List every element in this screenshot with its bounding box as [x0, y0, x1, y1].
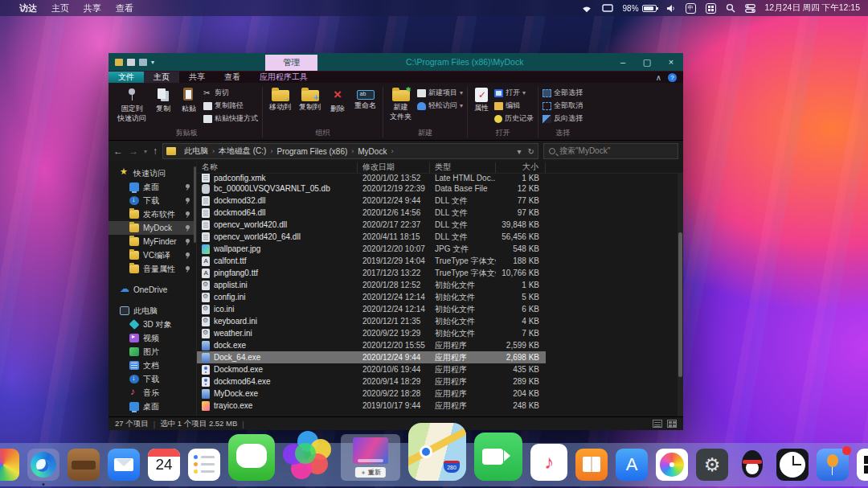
table-row[interactable]: weather.ini 2020/9/22 19:29 初始化文件 7 KB [197, 327, 546, 339]
qat-newfolder-icon[interactable] [127, 59, 135, 66]
dock-item-settings[interactable]: ⚙ [696, 449, 728, 481]
dock-item-reminders[interactable] [188, 449, 220, 481]
menubar-item[interactable]: 共享 [84, 2, 101, 14]
dock-item-qq[interactable] [736, 449, 768, 481]
table-row[interactable]: MyDock.exe 2020/9/22 18:28 应用程序 204 KB [197, 388, 546, 400]
table-row[interactable]: calfont.ttf 2019/12/29 14:04 TrueType 字体… [197, 255, 546, 267]
menubar-item[interactable]: 查看 [116, 2, 133, 14]
dock-item-minimized-window[interactable]: ＋ 重新 [341, 434, 400, 481]
copy-path-button[interactable]: 复制路径 [203, 100, 258, 111]
tab-share[interactable]: 共享 [179, 72, 215, 83]
select-none-button[interactable]: 全部取消 [542, 100, 583, 111]
column-header-date[interactable]: 修改日期 [358, 162, 430, 173]
minimize-button[interactable]: – [611, 53, 635, 71]
dock-item-maps[interactable]: 280 [408, 423, 466, 481]
sidebar-item[interactable]: MyFinder [108, 235, 196, 248]
table-row[interactable]: padconfig.xmk 2020/1/02 13:52 Late HTML … [197, 174, 546, 182]
invert-selection-button[interactable]: 反向选择 [542, 113, 583, 124]
breadcrumb-item[interactable]: MyDock › [354, 146, 393, 157]
table-row[interactable]: dockmod64.exe 2020/9/14 18:29 应用程序 289 K… [197, 375, 546, 388]
pin-to-quick-access-button[interactable]: 固定到 快速访问 [115, 84, 149, 123]
copy-to-button[interactable]: 复制到 [297, 84, 323, 111]
breadcrumb-item[interactable]: 此电脑 › [180, 146, 215, 157]
dock-item-music[interactable]: ♪ [530, 444, 567, 481]
cut-button[interactable]: ✂剪切 [203, 88, 258, 98]
search-input[interactable]: 搜索"MyDock" [543, 143, 678, 159]
dock-item-photos[interactable] [656, 449, 688, 481]
sidebar-item[interactable]: 3D 对象 [108, 318, 196, 331]
column-header-size[interactable]: 大小 [496, 162, 546, 173]
search-icon[interactable] [726, 3, 735, 13]
table-row[interactable]: trayico.exe 2019/10/17 9:44 应用程序 248 KB [197, 400, 546, 412]
edit-button[interactable]: 编辑 [494, 100, 534, 111]
table-row[interactable]: bc_00000LVSQV3ARNLT_05.db 2020/12/19 22:… [197, 182, 546, 195]
dock-item-color-circles[interactable] [283, 431, 333, 481]
menubar-clock[interactable]: 12月24日 周四 下午12:15 [765, 2, 860, 14]
dock-item-app-store[interactable]: A [616, 449, 648, 481]
qat-customize-caret-icon[interactable]: ▾ [151, 59, 154, 66]
wifi-icon[interactable] [581, 4, 592, 13]
table-row[interactable]: pingfang0.ttf 2017/12/3 13:22 TrueType 字… [197, 267, 546, 279]
table-row[interactable]: wallpaper.jpg 2020/12/20 10:07 JPG 文件 54… [197, 243, 546, 255]
sidebar-item[interactable]: 下载 [108, 372, 196, 386]
dock-item-calendar[interactable]: 24 [148, 449, 180, 481]
sidebar-item[interactable]: 快速访问 [108, 166, 196, 180]
table-row[interactable]: ico.ini 2020/12/24 12:14 初始化文件 6 KB [197, 303, 546, 315]
sidebar-item[interactable]: 桌面 [108, 400, 196, 413]
help-icon[interactable]: ? [668, 73, 677, 82]
refresh-icon[interactable]: ↻ [528, 147, 534, 156]
input-method-icon[interactable]: 中 [686, 3, 696, 14]
breadcrumb-chevron-icon[interactable]: › [391, 147, 393, 155]
dock-item-balloon-app[interactable] [817, 449, 849, 481]
properties-button[interactable]: 属性 [472, 84, 491, 112]
tab-file[interactable]: 文件 [108, 72, 144, 83]
menubar-item[interactable]: 主页 [51, 2, 69, 14]
sidebar-item[interactable]: 图片 [108, 345, 196, 359]
column-header-type[interactable]: 类型 [430, 162, 496, 173]
delete-button[interactable]: ×删除 [326, 84, 349, 113]
table-row[interactable]: Dockmod.exe 2020/10/6 19:44 应用程序 435 KB [197, 363, 546, 375]
qat-properties-icon[interactable] [139, 59, 147, 66]
sidebar-item[interactable]: 此电脑 [108, 304, 196, 318]
sidebar-item[interactable]: 视频 [108, 331, 196, 345]
dock-item-edge-browser[interactable] [27, 449, 59, 481]
table-row[interactable]: config.ini 2020/12/24 12:14 初始化文件 5 KB [197, 291, 546, 303]
up-button[interactable]: ↑ [153, 146, 158, 157]
tab-view[interactable]: 查看 [215, 72, 250, 83]
open-button[interactable]: 打开▾ [494, 88, 534, 98]
dock-item-facetime[interactable] [474, 433, 522, 481]
rename-button[interactable]: 重命名 [352, 84, 379, 109]
menubar-item[interactable]: 访达 [19, 2, 37, 14]
history-button[interactable]: 历史记录 [494, 113, 534, 124]
table-row[interactable]: opencv_world420.dll 2020/2/17 22:37 DLL … [197, 219, 546, 231]
history-dropdown-icon[interactable]: ▾ [144, 148, 147, 155]
dock-item-clock[interactable] [776, 449, 809, 481]
sidebar-item[interactable]: VC编译 [108, 248, 196, 262]
dock-item-partial-app[interactable] [0, 449, 19, 481]
volume-icon[interactable] [666, 4, 676, 13]
new-item-button[interactable]: 新建项目▾ [417, 88, 463, 98]
table-row[interactable]: applist.ini 2020/1/28 12:52 初始化文件 1 KB [197, 279, 546, 291]
table-row[interactable]: keyboard.ini 2020/12/1 21:35 初始化文件 4 KB [197, 315, 546, 327]
ribbon-collapse-icon[interactable]: ∧ [656, 73, 661, 82]
table-row[interactable]: dockmod64.dll 2020/12/6 14:56 DLL 文件 97 … [197, 207, 546, 219]
tab-application-tools[interactable]: 应用程序工具 [250, 72, 317, 83]
window-titlebar[interactable]: ▾ 管理 C:\Program Files (x86)\MyDock – ▢ × [108, 53, 683, 71]
table-row[interactable]: dock.exe 2020/12/20 15:55 应用程序 2,599 KB [197, 339, 546, 351]
contextual-tab-manage[interactable]: 管理 [265, 55, 317, 71]
qat-folder-icon[interactable] [115, 59, 123, 66]
table-row[interactable]: Dock_64.exe 2020/12/24 9:44 应用程序 2,698 K… [197, 351, 546, 363]
battery-indicator[interactable]: 98% [623, 4, 657, 13]
table-row[interactable]: dockmod32.dll 2020/12/24 9:44 DLL 文件 77 … [197, 195, 546, 207]
dock-item-wallet[interactable] [68, 449, 100, 481]
dock-item-mail[interactable] [108, 449, 140, 481]
dock-item-messages[interactable] [228, 434, 275, 481]
tab-home[interactable]: 主页 [144, 72, 179, 83]
select-all-button[interactable]: 全部选择 [542, 88, 583, 98]
sidebar-item[interactable]: 文档 [108, 359, 196, 372]
new-folder-button[interactable]: 新建 文件夹 [387, 84, 414, 121]
dock-item-books[interactable] [575, 449, 608, 481]
sidebar-item[interactable]: 下载 [108, 194, 196, 207]
sidebar-item[interactable]: 发布软件 [108, 207, 196, 221]
address-dropdown-icon[interactable]: ▾ [518, 147, 522, 156]
